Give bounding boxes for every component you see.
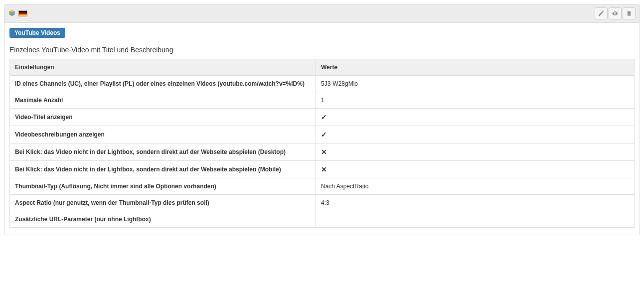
table-row: Videobeschreibungen anzeigen✓ <box>10 126 635 143</box>
setting-value: ✕ <box>316 161 634 178</box>
setting-value: 4:3 <box>316 195 634 211</box>
setting-key: Maximale Anzahl <box>10 92 316 109</box>
setting-key: Bei Klick: das Video nicht in der Lightb… <box>10 161 316 178</box>
table-row: Bei Klick: das Video nicht in der Lightb… <box>10 161 635 178</box>
check-icon: ✓ <box>321 131 327 139</box>
table-row: Video-Titel anzeigen✓ <box>10 109 635 126</box>
table-row: Zusätzliche URL-Parameter (nur ohne Ligh… <box>10 211 635 228</box>
table-row: Maximale Anzahl1 <box>10 92 635 109</box>
panel-header <box>4 4 640 23</box>
module-type-badge: YouTube Videos <box>9 28 65 38</box>
flag-de-icon <box>18 10 27 16</box>
panel-body: YouTube Videos Einzelnes YouTube-Video m… <box>4 23 640 235</box>
table-row: ID eines Channels (UC), einer Playlist (… <box>10 76 635 92</box>
module-panel: YouTube Videos Einzelnes YouTube-Video m… <box>4 4 640 235</box>
cross-icon: ✕ <box>321 148 327 156</box>
setting-value: ✕ <box>316 143 634 161</box>
table-row: Bei Klick: das Video nicht in der Lightb… <box>10 143 635 161</box>
col-header-values: Werte <box>316 59 634 76</box>
table-row: Aspect Ratio (nur genutzt, wenn der Thum… <box>10 195 635 211</box>
section-title: Einzelnes YouTube-Video mit Titel und Be… <box>9 46 635 54</box>
cross-icon: ✕ <box>321 165 327 173</box>
setting-key: Bei Klick: das Video nicht in der Lightb… <box>10 143 316 161</box>
setting-value: 5J3-W28gMlo <box>316 76 634 92</box>
setting-value: 1 <box>316 92 634 109</box>
col-header-settings: Einstellungen <box>10 59 316 76</box>
edit-button[interactable] <box>595 7 608 19</box>
setting-key: Thumbnail-Typ (Auflösung, Nicht immer si… <box>10 178 316 195</box>
setting-value: Nach AspectRatio <box>316 178 634 195</box>
settings-table: Einstellungen Werte ID eines Channels (U… <box>9 59 635 228</box>
module-icon <box>8 9 15 18</box>
visibility-toggle-button[interactable] <box>609 7 622 19</box>
setting-value: ✓ <box>316 109 634 126</box>
table-row: Thumbnail-Typ (Auflösung, Nicht immer si… <box>10 178 635 195</box>
setting-key: Aspect Ratio (nur genutzt, wenn der Thum… <box>10 195 316 211</box>
pencil-icon <box>598 10 605 17</box>
trash-icon <box>626 10 633 17</box>
delete-button[interactable] <box>623 7 636 19</box>
setting-value: ✓ <box>316 126 634 143</box>
header-left <box>8 9 27 18</box>
setting-key: Videobeschreibungen anzeigen <box>10 126 316 143</box>
setting-key: Video-Titel anzeigen <box>10 109 316 126</box>
setting-key: ID eines Channels (UC), einer Playlist (… <box>10 76 316 92</box>
check-icon: ✓ <box>321 113 327 121</box>
setting-value <box>316 211 634 228</box>
eye-icon <box>612 10 619 17</box>
header-actions <box>595 7 636 19</box>
setting-key: Zusätzliche URL-Parameter (nur ohne Ligh… <box>10 211 316 228</box>
